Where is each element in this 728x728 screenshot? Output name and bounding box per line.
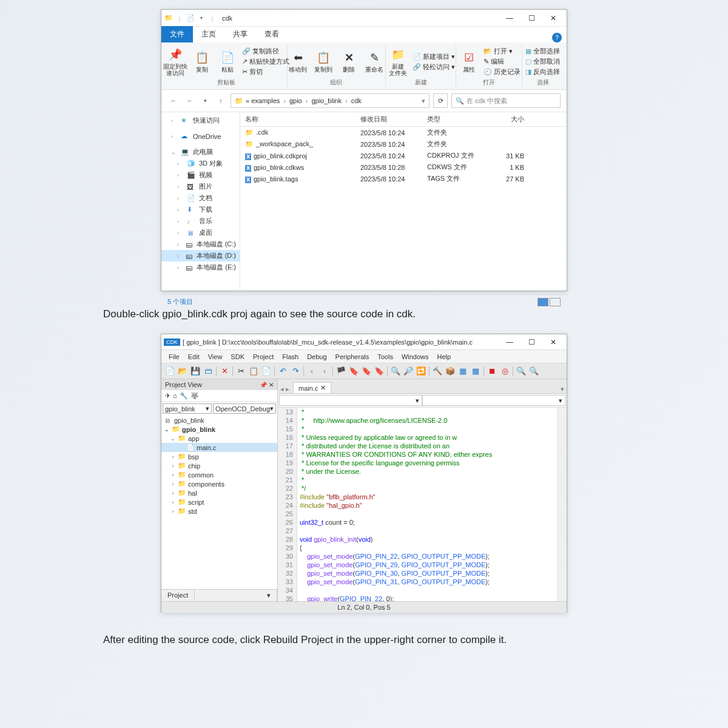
file-row[interactable]: 📁.cdk2023/5/8 10:24文件夹 <box>240 127 567 138</box>
tree-folder[interactable]: ›📁script <box>161 497 277 507</box>
editor-tab[interactable]: main.c✕ <box>293 382 331 393</box>
paste-button[interactable]: 📄粘贴 <box>217 50 238 73</box>
recent-button[interactable]: ▾ <box>199 95 211 107</box>
tree-folder[interactable]: ›📁common <box>161 470 277 479</box>
tree-folder[interactable]: ›📁chip <box>161 461 277 470</box>
search-icon[interactable]: 🔍 <box>389 365 402 377</box>
tree-folder[interactable]: ›📁bsp <box>161 452 277 461</box>
history-button[interactable]: 🕘历史记录 <box>484 67 521 76</box>
sidebar-onedrive[interactable]: ›☁OneDrive <box>161 131 240 141</box>
refresh-button[interactable]: ⟳ <box>433 93 448 108</box>
paste-icon[interactable]: 📄 <box>260 365 272 377</box>
help-icon[interactable]: ? <box>552 33 562 42</box>
pasteshortcut-button[interactable]: ↗粘贴快捷方式 <box>242 57 289 66</box>
file-row[interactable]: 𝗫gpio_blink.cdkws2023/5/8 10:28CDKWS 文件1… <box>240 161 567 173</box>
minimize-button[interactable]: — <box>499 10 521 27</box>
search-input[interactable]: 🔍 在 cdk 中搜索 <box>451 93 561 108</box>
copyto-button[interactable]: 📋复制到 <box>312 50 334 73</box>
menu-project[interactable]: Project <box>249 352 277 362</box>
copypath-button[interactable]: 🔗复制路径 <box>242 47 289 56</box>
sidebar-thispc[interactable]: ⌄💻此电脑 <box>161 146 240 158</box>
forward-button[interactable]: → <box>183 95 195 107</box>
tab-home[interactable]: 主页 <box>193 26 224 42</box>
maximize-button[interactable]: ☐ <box>521 10 542 27</box>
tab-dropdown[interactable]: ▾ <box>195 590 277 601</box>
replace-icon[interactable]: 🔁 <box>415 365 427 377</box>
newfolder-button[interactable]: 📁新建 文件夹 <box>387 47 409 76</box>
invert-button[interactable]: ◨反向选择 <box>525 67 560 76</box>
properties-button[interactable]: ☑属性 <box>458 50 480 73</box>
menu-peripherals[interactable]: Peripherals <box>332 352 373 362</box>
column-type[interactable]: 类型 <box>427 115 488 124</box>
zoomin-icon[interactable]: 🔍 <box>515 365 527 377</box>
newitem-button[interactable]: 📄新建项目 ▾ <box>413 52 455 61</box>
back-button[interactable]: ← <box>167 95 180 107</box>
column-size[interactable]: 大小 <box>488 115 524 124</box>
tab-menu-icon[interactable]: ▾ <box>561 385 564 393</box>
menu-tools[interactable]: Tools <box>374 352 397 362</box>
sidebar-item[interactable]: ›🖴本地磁盘 (D:) <box>161 250 240 261</box>
close-tab-icon[interactable]: ✕ <box>320 384 326 392</box>
tree-project[interactable]: ⌄📁gpio_blink <box>161 425 277 434</box>
fwd-icon[interactable]: › <box>318 365 331 377</box>
cut-icon[interactable]: ✂ <box>235 365 247 377</box>
menu-sdk[interactable]: SDK <box>227 352 248 362</box>
grid2-icon[interactable]: ▦ <box>470 365 482 377</box>
minimize-button[interactable]: — <box>499 334 521 351</box>
bookmark2-icon[interactable]: 🔖 <box>360 365 372 377</box>
code-editor[interactable]: 13 14 15 16 17 18 19 20 21 22 23 24 25 2… <box>278 408 567 601</box>
back-icon[interactable]: ‹ <box>306 365 318 377</box>
member-combo[interactable]: ▾ <box>422 395 565 406</box>
tree-workspace[interactable]: 🖥gpio_blink <box>161 416 277 425</box>
sidebar-item[interactable]: ›🖴本地磁盘 (E:) <box>161 261 240 273</box>
menu-edit[interactable]: Edit <box>184 352 203 362</box>
file-row[interactable]: 𝗫gpio_blink.tags2023/5/8 10:24TAGS 文件27 … <box>240 173 567 184</box>
flag-icon[interactable]: 🏴 <box>335 365 347 377</box>
menu-help[interactable]: Help <box>434 352 455 362</box>
sidebar-item[interactable]: ›♪音乐 <box>161 215 240 227</box>
sidebar-item[interactable]: ›🖼图片 <box>161 181 240 192</box>
cube-icon[interactable]: 📦 <box>444 365 456 377</box>
menu-debug[interactable]: Debug <box>303 352 330 362</box>
target-icon[interactable]: ◎ <box>499 365 511 377</box>
sidebar-item[interactable]: ›🎬视频 <box>161 169 240 181</box>
edit-button[interactable]: ✎编辑 <box>484 57 521 66</box>
tree-file[interactable]: 📄main.c <box>161 443 277 452</box>
delete-button[interactable]: ✕删除 <box>338 50 360 73</box>
sidebar-item[interactable]: ›🖥桌面 <box>161 227 240 238</box>
config-combo[interactable]: OpenOCD_Debug▾ <box>213 403 276 414</box>
grid-icon[interactable]: ▦ <box>457 365 469 377</box>
rename-button[interactable]: ✎重命名 <box>363 50 385 73</box>
file-row[interactable]: 📁_workspace_pack_2023/5/8 10:24文件夹 <box>240 138 567 150</box>
sidebar-item[interactable]: ›🖴本地磁盘 (C:) <box>161 238 240 250</box>
tab-file[interactable]: 文件 <box>161 26 193 42</box>
up-button[interactable]: ↑ <box>215 95 227 107</box>
menu-file[interactable]: File <box>165 352 183 362</box>
undo-icon[interactable]: ↶ <box>277 365 289 377</box>
tree-folder[interactable]: ›📁hal <box>161 488 277 497</box>
project-combo[interactable]: gpio_blink▾ <box>163 403 212 414</box>
breadcrumb[interactable]: 📁 « examples› gpio› gpio_blink› cdk ▾ <box>231 93 430 108</box>
sidebar-item[interactable]: ›📄文档 <box>161 192 240 204</box>
menu-flash[interactable]: Flash <box>278 352 302 362</box>
view-mode-icons[interactable] <box>538 298 561 306</box>
scrollbar[interactable] <box>558 408 567 601</box>
sidebar-item[interactable]: ›⬇下载 <box>161 204 240 215</box>
open-button[interactable]: 📂打开 ▾ <box>484 47 521 56</box>
maximize-button[interactable]: ☐ <box>521 334 542 351</box>
nav-icon[interactable]: ✈ <box>165 392 170 400</box>
bookmark3-icon[interactable]: 🔖 <box>373 365 385 377</box>
stop-icon[interactable]: ⏹ <box>486 365 498 377</box>
sidebar-quickaccess[interactable]: ›★快速访问 <box>161 115 240 126</box>
wolf-icon[interactable]: 🐺 <box>190 392 199 400</box>
copy-button[interactable]: 📋复制 <box>191 50 213 73</box>
saveall-icon[interactable]: 🗃 <box>202 365 214 377</box>
pin-icon[interactable]: 📌 ✕ <box>260 382 274 388</box>
wrench-icon[interactable]: 🔧 <box>180 392 188 400</box>
copy-icon[interactable]: 📋 <box>248 365 260 377</box>
cut-button[interactable]: ✂剪切 <box>242 67 289 76</box>
project-tab[interactable]: Project <box>161 590 195 601</box>
moveto-button[interactable]: ⬅移动到 <box>287 50 309 73</box>
chevron-down-icon[interactable]: ▾ <box>422 97 425 105</box>
close-button[interactable]: ✕ <box>542 334 564 351</box>
